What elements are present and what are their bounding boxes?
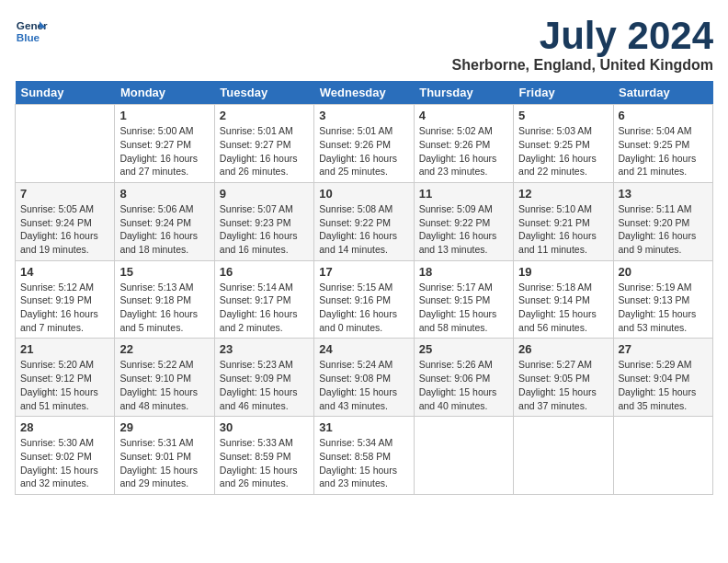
- day-info: Sunrise: 5:30 AMSunset: 9:02 PMDaylight:…: [20, 436, 109, 490]
- table-row: 21 Sunrise: 5:20 AMSunset: 9:12 PMDaylig…: [16, 339, 115, 417]
- table-row: 31 Sunrise: 5:34 AMSunset: 8:58 PMDaylig…: [314, 417, 414, 495]
- day-info: Sunrise: 5:08 AMSunset: 9:22 PMDaylight:…: [319, 202, 408, 257]
- day-info: Sunrise: 5:06 AMSunset: 9:24 PMDaylight:…: [119, 202, 209, 257]
- day-number: 4: [419, 109, 508, 122]
- day-info: Sunrise: 5:02 AMSunset: 9:26 PMDaylight:…: [419, 124, 508, 178]
- day-number: 11: [419, 187, 508, 201]
- table-row: 13 Sunrise: 5:11 AMSunset: 9:20 PMDaylig…: [613, 182, 712, 260]
- table-row: 22 Sunrise: 5:22 AMSunset: 9:10 PMDaylig…: [115, 339, 214, 417]
- day-info: Sunrise: 5:22 AMSunset: 9:10 PMDaylight:…: [119, 358, 209, 412]
- calendar-week-row: 7 Sunrise: 5:05 AMSunset: 9:24 PMDayligh…: [16, 182, 713, 260]
- table-row: [16, 105, 115, 183]
- table-row: 9 Sunrise: 5:07 AMSunset: 9:23 PMDayligh…: [214, 182, 313, 260]
- table-row: 24 Sunrise: 5:24 AMSunset: 9:08 PMDaylig…: [314, 339, 414, 417]
- table-row: 19 Sunrise: 5:18 AMSunset: 9:14 PMDaylig…: [514, 260, 613, 339]
- day-info: Sunrise: 5:12 AMSunset: 9:19 PMDaylight:…: [20, 281, 109, 335]
- day-info: Sunrise: 5:09 AMSunset: 9:22 PMDaylight:…: [419, 202, 508, 257]
- table-row: 27 Sunrise: 5:29 AMSunset: 9:04 PMDaylig…: [613, 339, 712, 417]
- day-number: 17: [319, 265, 408, 279]
- table-row: 3 Sunrise: 5:01 AMSunset: 9:26 PMDayligh…: [314, 105, 414, 183]
- table-row: [414, 417, 513, 495]
- calendar-title: July 2024: [452, 15, 713, 57]
- weekday-header-row: Sunday Monday Tuesday Wednesday Thursday…: [16, 81, 713, 105]
- day-number: 14: [20, 265, 109, 279]
- calendar-week-row: 14 Sunrise: 5:12 AMSunset: 9:19 PMDaylig…: [16, 260, 713, 339]
- day-number: 26: [518, 342, 608, 356]
- day-number: 7: [20, 187, 109, 201]
- day-info: Sunrise: 5:27 AMSunset: 9:05 PMDaylight:…: [518, 358, 608, 412]
- table-row: 5 Sunrise: 5:03 AMSunset: 9:25 PMDayligh…: [514, 105, 613, 183]
- table-row: 11 Sunrise: 5:09 AMSunset: 9:22 PMDaylig…: [414, 182, 513, 260]
- day-number: 27: [619, 342, 708, 356]
- day-info: Sunrise: 5:33 AMSunset: 8:59 PMDaylight:…: [220, 436, 309, 490]
- day-info: Sunrise: 5:14 AMSunset: 9:17 PMDaylight:…: [220, 281, 309, 335]
- logo: General Blue: [15, 15, 48, 48]
- table-row: 28 Sunrise: 5:30 AMSunset: 9:02 PMDaylig…: [16, 417, 115, 495]
- day-number: 9: [220, 187, 309, 201]
- day-number: 18: [419, 265, 508, 279]
- day-info: Sunrise: 5:29 AMSunset: 9:04 PMDaylight:…: [619, 358, 708, 412]
- day-info: Sunrise: 5:10 AMSunset: 9:21 PMDaylight:…: [518, 202, 608, 257]
- table-row: 7 Sunrise: 5:05 AMSunset: 9:24 PMDayligh…: [16, 182, 115, 260]
- day-info: Sunrise: 5:24 AMSunset: 9:08 PMDaylight:…: [319, 358, 408, 412]
- day-info: Sunrise: 5:01 AMSunset: 9:27 PMDaylight:…: [220, 124, 309, 178]
- day-number: 21: [20, 342, 109, 356]
- day-number: 28: [20, 420, 109, 434]
- day-number: 1: [119, 109, 209, 122]
- day-info: Sunrise: 5:26 AMSunset: 9:06 PMDaylight:…: [419, 358, 508, 412]
- title-section: July 2024 Sherborne, England, United Kin…: [452, 15, 713, 74]
- table-row: [514, 417, 613, 495]
- calendar-week-row: 1 Sunrise: 5:00 AMSunset: 9:27 PMDayligh…: [16, 105, 713, 183]
- day-info: Sunrise: 5:05 AMSunset: 9:24 PMDaylight:…: [20, 202, 109, 257]
- day-number: 5: [518, 109, 608, 122]
- day-info: Sunrise: 5:11 AMSunset: 9:20 PMDaylight:…: [619, 202, 708, 257]
- day-number: 30: [220, 420, 309, 434]
- day-number: 15: [119, 265, 209, 279]
- header-sunday: Sunday: [16, 81, 115, 105]
- day-info: Sunrise: 5:04 AMSunset: 9:25 PMDaylight:…: [619, 124, 708, 178]
- day-number: 16: [220, 265, 309, 279]
- table-row: 29 Sunrise: 5:31 AMSunset: 9:01 PMDaylig…: [115, 417, 214, 495]
- day-info: Sunrise: 5:03 AMSunset: 9:25 PMDaylight:…: [518, 124, 608, 178]
- day-number: 13: [619, 187, 708, 201]
- table-row: 16 Sunrise: 5:14 AMSunset: 9:17 PMDaylig…: [214, 260, 313, 339]
- day-number: 6: [619, 109, 708, 122]
- day-info: Sunrise: 5:00 AMSunset: 9:27 PMDaylight:…: [119, 124, 209, 178]
- day-info: Sunrise: 5:18 AMSunset: 9:14 PMDaylight:…: [518, 281, 608, 335]
- day-number: 3: [319, 109, 408, 122]
- day-info: Sunrise: 5:19 AMSunset: 9:13 PMDaylight:…: [619, 281, 708, 335]
- table-row: 2 Sunrise: 5:01 AMSunset: 9:27 PMDayligh…: [214, 105, 313, 183]
- logo-icon: General Blue: [15, 15, 48, 48]
- day-number: 24: [319, 342, 408, 356]
- table-row: 25 Sunrise: 5:26 AMSunset: 9:06 PMDaylig…: [414, 339, 513, 417]
- day-info: Sunrise: 5:07 AMSunset: 9:23 PMDaylight:…: [220, 202, 309, 257]
- day-number: 25: [419, 342, 508, 356]
- header-tuesday: Tuesday: [214, 81, 313, 105]
- calendar-week-row: 21 Sunrise: 5:20 AMSunset: 9:12 PMDaylig…: [16, 339, 713, 417]
- day-info: Sunrise: 5:20 AMSunset: 9:12 PMDaylight:…: [20, 358, 109, 412]
- table-row: 20 Sunrise: 5:19 AMSunset: 9:13 PMDaylig…: [613, 260, 712, 339]
- day-info: Sunrise: 5:34 AMSunset: 8:58 PMDaylight:…: [319, 436, 408, 490]
- table-row: 10 Sunrise: 5:08 AMSunset: 9:22 PMDaylig…: [314, 182, 414, 260]
- header-saturday: Saturday: [613, 81, 712, 105]
- day-number: 8: [119, 187, 209, 201]
- calendar-subtitle: Sherborne, England, United Kingdom: [452, 57, 713, 74]
- table-row: 15 Sunrise: 5:13 AMSunset: 9:18 PMDaylig…: [115, 260, 214, 339]
- day-info: Sunrise: 5:23 AMSunset: 9:09 PMDaylight:…: [220, 358, 309, 412]
- day-info: Sunrise: 5:17 AMSunset: 9:15 PMDaylight:…: [419, 281, 508, 335]
- table-row: 14 Sunrise: 5:12 AMSunset: 9:19 PMDaylig…: [16, 260, 115, 339]
- day-number: 19: [518, 265, 608, 279]
- header-friday: Friday: [514, 81, 613, 105]
- day-info: Sunrise: 5:15 AMSunset: 9:16 PMDaylight:…: [319, 281, 408, 335]
- day-info: Sunrise: 5:13 AMSunset: 9:18 PMDaylight:…: [119, 281, 209, 335]
- day-number: 22: [119, 342, 209, 356]
- day-number: 31: [319, 420, 408, 434]
- header-monday: Monday: [115, 81, 214, 105]
- table-row: 4 Sunrise: 5:02 AMSunset: 9:26 PMDayligh…: [414, 105, 513, 183]
- table-row: 1 Sunrise: 5:00 AMSunset: 9:27 PMDayligh…: [115, 105, 214, 183]
- table-row: 26 Sunrise: 5:27 AMSunset: 9:05 PMDaylig…: [514, 339, 613, 417]
- table-row: 18 Sunrise: 5:17 AMSunset: 9:15 PMDaylig…: [414, 260, 513, 339]
- table-row: 12 Sunrise: 5:10 AMSunset: 9:21 PMDaylig…: [514, 182, 613, 260]
- day-number: 23: [220, 342, 309, 356]
- header-wednesday: Wednesday: [314, 81, 414, 105]
